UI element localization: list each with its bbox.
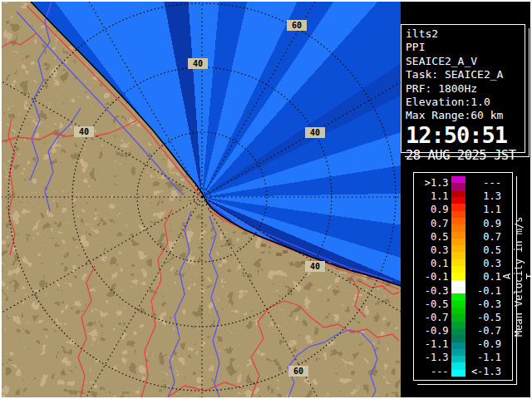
legend-color-cell xyxy=(451,232,466,239)
radar-app-window: 604040404060 ilts2 PPI SEAICE2_A_V Task:… xyxy=(0,0,532,399)
legend-left-values: >1.31.10.90.70.50.30.1-0.1-0.3-0.5-0.7-0… xyxy=(416,176,449,377)
legend-left-value: 0.9 xyxy=(416,203,449,216)
clock-time: 12:50:51 xyxy=(406,123,520,148)
velocity-legend-panel: >1.31.10.90.70.50.30.1-0.1-0.3-0.5-0.7-0… xyxy=(413,172,513,381)
legend-right-value: -1.1 xyxy=(468,351,501,364)
legend-color-cell xyxy=(451,362,466,369)
legend-left-value: 0.5 xyxy=(416,230,449,244)
legend-color-cell xyxy=(451,197,466,204)
legend-right-value: 0.7 xyxy=(468,230,501,244)
legend-color-cell xyxy=(451,183,466,190)
legend-right-value: 0.1 xyxy=(468,270,501,283)
legend-right-value: -0.5 xyxy=(468,311,501,324)
legend-color-cell xyxy=(451,335,466,342)
legend-bottom-marker: T xyxy=(525,273,532,279)
legend-left-value: >1.3 xyxy=(416,176,449,190)
legend-color-cell xyxy=(451,314,466,321)
legend-color-cell xyxy=(451,287,466,293)
elevation-value: Elevation:1.0 xyxy=(406,96,520,109)
legend-color-cell xyxy=(451,245,466,252)
legend-left-value: -0.9 xyxy=(416,324,449,337)
legend-color-cell xyxy=(451,280,466,287)
legend-left-value: -0.7 xyxy=(416,311,449,324)
legend-right-value: -0.3 xyxy=(468,298,501,311)
legend-color-cell xyxy=(451,190,466,197)
legend-color-cell xyxy=(451,218,466,224)
legend-color-cell xyxy=(451,211,466,218)
legend-right-values: ---1.31.10.90.70.50.30.1-0.1-0.3-0.5-0.7… xyxy=(468,176,501,377)
legend-left-value: -1.1 xyxy=(416,337,449,351)
legend-color-cell xyxy=(451,301,466,308)
legend-color-cell xyxy=(451,342,466,349)
legend-left-value: -0.5 xyxy=(416,298,449,311)
legend-left-value: -0.3 xyxy=(416,284,449,298)
legend-right-value: <-1.3 xyxy=(468,365,501,378)
legend-right-value: 1.1 xyxy=(468,203,501,216)
legend-right-value: 0.9 xyxy=(468,217,501,230)
radar-map: 604040404060 xyxy=(2,2,401,397)
legend-color-cell xyxy=(451,204,466,210)
prf-value: PRF: 1800Hz xyxy=(406,82,520,96)
legend-right-value: --- xyxy=(468,176,501,190)
legend-color-cell xyxy=(451,259,466,266)
range-ring-label: 40 xyxy=(305,261,325,272)
legend-color-cell xyxy=(451,356,466,362)
range-ring-label: 40 xyxy=(305,127,325,138)
legend-right-value: -0.9 xyxy=(468,337,501,351)
legend-color-cell xyxy=(451,273,466,279)
legend-color-bar xyxy=(451,176,466,377)
legend-color-cell xyxy=(451,293,466,300)
task-name: Task: SEAICE2_A xyxy=(406,68,520,81)
legend-right-value: -0.7 xyxy=(468,324,501,337)
legend-axis: A Mean Velocity in m/s T xyxy=(501,176,512,377)
legend-color-cell xyxy=(451,176,466,183)
clock-date: 28 AUG 2025 JST xyxy=(406,148,520,164)
legend-left-value: -0.1 xyxy=(416,270,449,283)
range-ring-label: 40 xyxy=(188,58,208,69)
legend-color-cell xyxy=(451,224,466,231)
legend-color-cell xyxy=(451,266,466,273)
site-id: ilts2 xyxy=(406,27,520,41)
product-name: SEAICE2_A_V xyxy=(406,55,520,68)
legend-left-value: --- xyxy=(416,365,449,378)
legend-left-value: 0.7 xyxy=(416,217,449,230)
legend-color-cell xyxy=(451,349,466,356)
legend-top-marker: A xyxy=(501,273,513,279)
legend-right-value: 0.5 xyxy=(468,244,501,257)
legend-left-value: 0.1 xyxy=(416,257,449,270)
legend-color-cell xyxy=(451,322,466,328)
scan-mode: PPI xyxy=(406,41,520,54)
legend-left-value: -1.3 xyxy=(416,351,449,364)
legend-color-cell xyxy=(451,328,466,335)
radar-info-panel: ilts2 PPI SEAICE2_A_V Task: SEAICE2_A PR… xyxy=(401,24,525,153)
legend-color-cell xyxy=(451,239,466,245)
legend-color-cell xyxy=(451,370,466,377)
legend-left-value: 0.3 xyxy=(416,244,449,257)
legend-left-value: 1.1 xyxy=(416,190,449,203)
range-ring-label: 40 xyxy=(74,126,94,137)
legend-color-cell xyxy=(451,252,466,259)
range-ring-label: 60 xyxy=(287,20,307,31)
range-ring-label: 60 xyxy=(288,366,308,377)
legend-right-value: -0.1 xyxy=(468,284,501,298)
max-range-value: Max Range:60 km xyxy=(406,109,520,122)
legend-right-value: 0.3 xyxy=(468,257,501,270)
legend-axis-label: Mean Velocity in m/s xyxy=(513,216,525,337)
legend-color-cell xyxy=(451,308,466,314)
legend-right-value: 1.3 xyxy=(468,190,501,203)
